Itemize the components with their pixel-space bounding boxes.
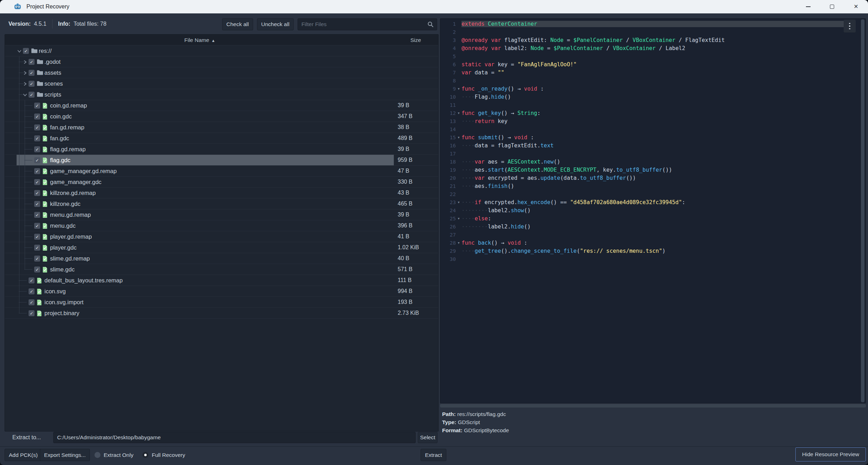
tree-row[interactable]: ✓icon.svg994 B: [5, 286, 438, 297]
checkbox[interactable]: ✓: [34, 146, 40, 152]
checkbox[interactable]: ✓: [34, 135, 40, 141]
radio-full-recovery[interactable]: Full Recovery: [142, 452, 185, 458]
fold-caret-icon[interactable]: ▾: [456, 109, 461, 117]
checkbox[interactable]: ✓: [34, 234, 40, 240]
expand-arrow-icon[interactable]: [23, 71, 27, 75]
file-size: 1.02 KiB: [398, 242, 419, 253]
tree-row[interactable]: ✓icon.svg.import193 B: [5, 297, 438, 308]
fold-caret-icon[interactable]: ▾: [456, 85, 461, 93]
tree-row[interactable]: ✓game_manager.gd.remap47 B: [5, 166, 438, 177]
tree-row[interactable]: ✓coin.gd.remap39 B: [5, 100, 438, 111]
checkbox[interactable]: ✓: [34, 212, 40, 218]
export-settings-button[interactable]: Export Settings...: [40, 449, 90, 461]
file-name: slime.gd.remap: [50, 253, 90, 264]
column-header-size[interactable]: Size: [395, 35, 437, 45]
checkbox[interactable]: ✓: [34, 168, 40, 174]
checkbox[interactable]: ✓: [34, 223, 40, 229]
code-token: change_scene_to_file: [511, 248, 577, 254]
expand-arrow-icon[interactable]: [23, 81, 27, 86]
extract-path-input[interactable]: [53, 432, 416, 443]
code-menu-button[interactable]: [844, 20, 856, 32]
collapse-arrow-icon[interactable]: [23, 92, 27, 97]
file-icon: [42, 234, 48, 240]
checkbox[interactable]: ✓: [29, 277, 35, 283]
tree-guide-line: [25, 100, 25, 269]
file-size: 39 B: [398, 144, 409, 154]
tree-guide-tick: [24, 127, 32, 128]
tree-row[interactable]: ✓killzone.gdc465 B: [5, 198, 438, 209]
maximize-button[interactable]: [820, 0, 844, 13]
code-line-text: ····aes.start(AESContext.MODE_ECB_ENCRYP…: [461, 167, 849, 173]
bottom-bar: Add PCK(s) Export Settings... Extract On…: [0, 446, 868, 465]
close-button[interactable]: ✕: [844, 0, 868, 13]
checkbox[interactable]: ✓: [29, 81, 35, 87]
fold-caret-icon[interactable]: ▾: [456, 133, 461, 141]
tree-row[interactable]: ✓flag.gdc959 B: [5, 155, 438, 166]
checkbox[interactable]: ✓: [34, 190, 40, 196]
column-header-file-name[interactable]: File Name▲: [5, 35, 395, 46]
tree-row[interactable]: ✓.godot: [5, 56, 438, 67]
checkbox[interactable]: ✓: [34, 114, 40, 120]
checkbox[interactable]: ✓: [34, 256, 40, 262]
fold-caret-icon[interactable]: ▾: [456, 214, 461, 222]
hide-resource-preview-button[interactable]: Hide Resource Preview: [795, 447, 866, 461]
code-token: label2.: [488, 207, 511, 214]
tree-row[interactable]: ✓fan.gd.remap38 B: [5, 122, 438, 133]
check-all-button[interactable]: Check all: [222, 18, 253, 30]
collapse-arrow-icon[interactable]: [17, 49, 22, 54]
info-value: Total files: 78: [73, 21, 106, 27]
code-token: get_tree: [475, 248, 501, 254]
checkbox[interactable]: ✓: [29, 288, 35, 294]
code-token: , key.: [597, 167, 616, 173]
filter-files-input[interactable]: [298, 18, 437, 30]
tree-row[interactable]: ✓assets: [5, 67, 438, 78]
code-horizontal-scrollbar[interactable]: [440, 404, 866, 408]
tree-row[interactable]: ✓menu.gdc396 B: [5, 220, 438, 231]
fold-caret-icon[interactable]: ▾: [456, 239, 461, 247]
checkbox[interactable]: ✓: [29, 310, 35, 316]
checkbox[interactable]: ✓: [34, 201, 40, 207]
checkbox[interactable]: ✓: [29, 70, 35, 76]
select-path-button[interactable]: Select: [418, 432, 438, 443]
checkbox[interactable]: ✓: [34, 157, 40, 163]
fold-caret-icon[interactable]: ▾: [456, 198, 461, 206]
checkbox[interactable]: ✓: [34, 267, 40, 273]
uncheck-all-button[interactable]: Uncheck all: [257, 18, 294, 30]
code-token: :: [682, 199, 685, 206]
tree-row[interactable]: ✓menu.gd.remap39 B: [5, 209, 438, 220]
checkbox[interactable]: ✓: [29, 299, 35, 305]
tree-row[interactable]: ✓scenes: [5, 78, 438, 89]
tree-row[interactable]: ✓killzone.gd.remap43 B: [5, 188, 438, 198]
file-icon: [37, 288, 42, 295]
code-token: hide: [491, 94, 504, 100]
tree-row[interactable]: ✓res://: [5, 45, 438, 56]
tree-row[interactable]: ✓flag.gd.remap39 B: [5, 144, 438, 155]
tree-row[interactable]: ✓slime.gd.remap40 B: [5, 253, 438, 264]
tree-row[interactable]: ✓default_bus_layout.tres.remap111 B: [5, 275, 438, 286]
minimize-button[interactable]: [796, 0, 820, 13]
tree-row[interactable]: ✓game_manager.gdc330 B: [5, 177, 438, 188]
extract-button[interactable]: Extract: [421, 449, 446, 461]
code-token: "FanAglFanAglOoO!": [518, 61, 577, 68]
folder-name: scripts: [44, 89, 61, 100]
expand-arrow-icon[interactable]: [23, 60, 27, 65]
checkbox[interactable]: ✓: [34, 124, 40, 130]
checkbox[interactable]: ✓: [29, 92, 35, 98]
tree-row[interactable]: ✓player.gdc1.02 KiB: [5, 242, 438, 253]
checkbox[interactable]: ✓: [34, 245, 40, 251]
checkbox[interactable]: ✓: [23, 48, 29, 54]
tree-row[interactable]: ✓player.gd.remap41 B: [5, 231, 438, 242]
tree-row[interactable]: ✓project.binary2.73 KiB: [5, 308, 438, 319]
add-pck-button[interactable]: Add PCK(s): [5, 449, 42, 461]
tree-row[interactable]: ✓coin.gdc347 B: [5, 111, 438, 122]
radio-extract-only[interactable]: Extract Only: [94, 452, 133, 458]
tree-row[interactable]: ✓fan.gdc489 B: [5, 133, 438, 144]
checkbox[interactable]: ✓: [34, 179, 40, 185]
tree-row[interactable]: ✓slime.gdc571 B: [5, 264, 438, 275]
checkbox[interactable]: ✓: [34, 103, 40, 109]
checkbox[interactable]: ✓: [29, 59, 35, 65]
code-vertical-scrollbar[interactable]: [861, 19, 864, 402]
tree-row[interactable]: ✓scripts: [5, 89, 438, 100]
code-line: 24········label2.show(): [440, 206, 866, 214]
radio-dot-icon: [142, 452, 148, 458]
